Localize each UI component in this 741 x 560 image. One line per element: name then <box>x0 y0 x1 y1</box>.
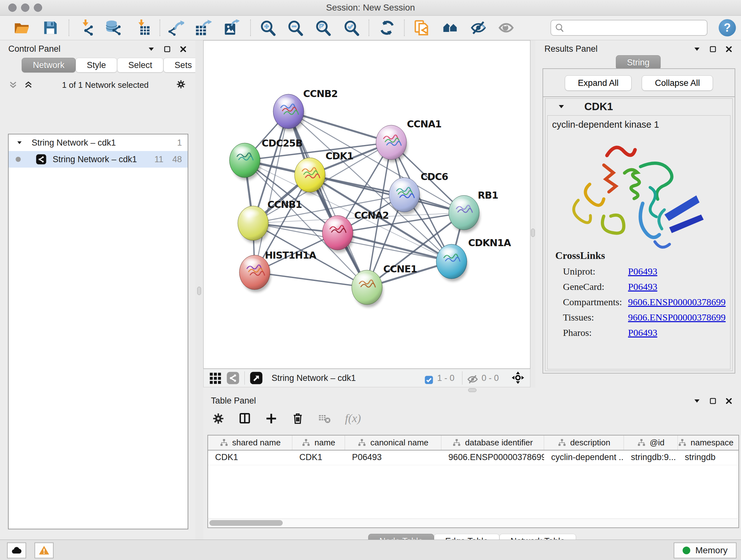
splitter-grip[interactable] <box>531 229 535 237</box>
duplicate-network-icon[interactable] <box>413 19 431 37</box>
network-overview-icon[interactable] <box>226 371 240 385</box>
collapse-all-button[interactable]: Collapse All <box>642 75 713 91</box>
crosslink-value-link[interactable]: P06493 <box>628 327 657 338</box>
expand-all-button[interactable]: Expand All <box>565 75 632 91</box>
table-row[interactable]: CDK1CDK1P064939606.ENSP00000378699cyclin… <box>208 450 738 465</box>
column-header[interactable]: @id <box>624 435 678 450</box>
zoom-selected-icon[interactable] <box>343 19 360 37</box>
export-image-icon[interactable] <box>222 19 240 37</box>
node-CCNA2[interactable] <box>322 215 354 253</box>
crosslink-value-link[interactable]: 9606.ENSP00000378699 <box>628 297 726 307</box>
tab-select[interactable]: Select <box>117 58 163 72</box>
delete-column-icon[interactable] <box>291 412 304 425</box>
import-table-icon[interactable] <box>133 19 151 37</box>
show-eye-icon[interactable] <box>497 19 515 37</box>
panel-close-icon[interactable] <box>179 45 187 53</box>
node-CDKN1A[interactable] <box>436 244 468 281</box>
scrollbar-thumb[interactable] <box>209 520 283 526</box>
column-header[interactable]: description <box>544 435 624 450</box>
edge-CCNB2-HIST1H1A[interactable] <box>255 111 288 272</box>
panel-collapse-icon[interactable] <box>693 397 701 405</box>
splitter-grip[interactable] <box>197 287 201 295</box>
node-CDK1[interactable] <box>294 158 326 195</box>
column-header[interactable]: name <box>292 435 345 450</box>
delete-table-icon[interactable] <box>318 412 331 425</box>
network-options-gear-icon[interactable] <box>176 79 187 90</box>
network-collection-row[interactable]: String Network – cdk1 1 <box>9 134 188 151</box>
gene-section: CDK1 cyclin-dependent kinase 1 <box>545 98 733 371</box>
search-field[interactable] <box>550 20 708 36</box>
export-network-icon[interactable] <box>167 19 185 37</box>
column-header[interactable]: database identifier <box>441 435 544 450</box>
table-horizontal-scrollbar[interactable] <box>207 518 739 528</box>
node-CCNA1[interactable] <box>376 125 407 162</box>
network-node-count: 11 <box>154 154 163 165</box>
zoom-in-icon[interactable] <box>259 19 277 37</box>
selected-nodes-checkbox-icon[interactable] <box>424 373 434 383</box>
splitter-grip[interactable] <box>468 388 476 392</box>
zoom-fit-icon[interactable] <box>314 19 332 37</box>
node-CCNB1[interactable] <box>238 206 269 243</box>
table-cell[interactable]: P06493 <box>345 450 441 465</box>
tab-network[interactable]: Network <box>22 58 76 72</box>
panel-float-icon[interactable] <box>709 397 717 405</box>
table-cell[interactable]: CDK1 <box>292 450 345 465</box>
column-header[interactable]: namespace <box>678 435 739 450</box>
panel-close-icon[interactable] <box>725 397 733 405</box>
network-graph-svg[interactable]: CCNB2CCNA1CDC25BCDK1CDC6RB1CCNB1CCNA2CDK… <box>204 41 530 368</box>
expand-all-networks-icon[interactable] <box>23 80 35 90</box>
crosslink-value-link[interactable]: P06493 <box>628 266 657 277</box>
refresh-icon[interactable] <box>378 19 396 37</box>
open-session-icon[interactable] <box>13 19 30 37</box>
memory-button[interactable]: Memory <box>674 543 737 558</box>
table-cell[interactable]: cyclin-dependent ... <box>544 450 624 465</box>
panel-float-icon[interactable] <box>709 45 717 53</box>
crosslink-value-link[interactable]: 9606.ENSP00000378699 <box>628 312 726 323</box>
gene-expander-icon[interactable] <box>557 103 565 111</box>
node-CDC25B[interactable] <box>229 143 261 180</box>
table-cell[interactable]: CDK1 <box>208 450 292 465</box>
show-columns-icon[interactable] <box>239 412 251 425</box>
hidden-items-eye-icon[interactable] <box>467 372 478 384</box>
node-RB1[interactable] <box>449 195 480 233</box>
toolbar-separator <box>368 19 369 36</box>
help-button[interactable]: ? <box>719 19 736 37</box>
grid-view-icon[interactable] <box>208 371 222 385</box>
column-header[interactable]: canonical name <box>345 435 441 450</box>
save-session-icon[interactable] <box>42 19 59 37</box>
panel-float-icon[interactable] <box>163 45 171 53</box>
birdseye-view-icon[interactable] <box>249 371 263 385</box>
panel-collapse-icon[interactable] <box>693 45 701 53</box>
tab-string[interactable]: String <box>616 55 661 70</box>
table-cell[interactable]: 9606.ENSP00000378699 <box>441 450 544 465</box>
add-column-icon[interactable] <box>265 412 277 424</box>
tab-style[interactable]: Style <box>76 58 117 72</box>
crosslink-value-link[interactable]: P06493 <box>628 281 657 292</box>
panel-close-icon[interactable] <box>725 45 733 53</box>
table-cell[interactable]: stringdb <box>678 450 739 465</box>
left-splitter[interactable] <box>195 40 203 540</box>
function-builder-icon[interactable]: f(x) <box>345 412 361 425</box>
show-all-views-icon[interactable] <box>441 19 459 37</box>
zoom-out-icon[interactable] <box>286 19 305 37</box>
node-CCNE1[interactable] <box>352 270 383 307</box>
table-cell[interactable]: stringdb:9... <box>624 450 678 465</box>
network-row[interactable]: String Network – cdk1 11 48 <box>9 151 188 168</box>
node-CDC6[interactable] <box>389 178 420 214</box>
search-input[interactable] <box>564 23 707 33</box>
column-header[interactable]: shared name <box>208 435 292 450</box>
export-table-icon[interactable] <box>194 19 212 37</box>
import-network-database-icon[interactable] <box>105 19 122 37</box>
hide-unhide-icon[interactable] <box>469 19 487 37</box>
cloud-status-button[interactable] <box>7 543 26 558</box>
network-canvas[interactable]: CCNB2CCNA1CDC25BCDK1CDC6RB1CCNB1CCNA2CDK… <box>203 40 530 369</box>
edge-CCNE1-HIST1H1A[interactable] <box>255 272 367 287</box>
table-options-gear-icon[interactable] <box>212 412 224 424</box>
import-network-file-icon[interactable] <box>77 19 95 37</box>
warnings-button[interactable] <box>35 543 54 558</box>
collection-expander-icon[interactable] <box>16 139 23 146</box>
collapse-all-networks-icon[interactable] <box>8 80 19 90</box>
node-CCNB2[interactable] <box>273 94 305 131</box>
pan-mode-icon[interactable] <box>511 371 526 385</box>
panel-collapse-icon[interactable] <box>147 45 155 53</box>
